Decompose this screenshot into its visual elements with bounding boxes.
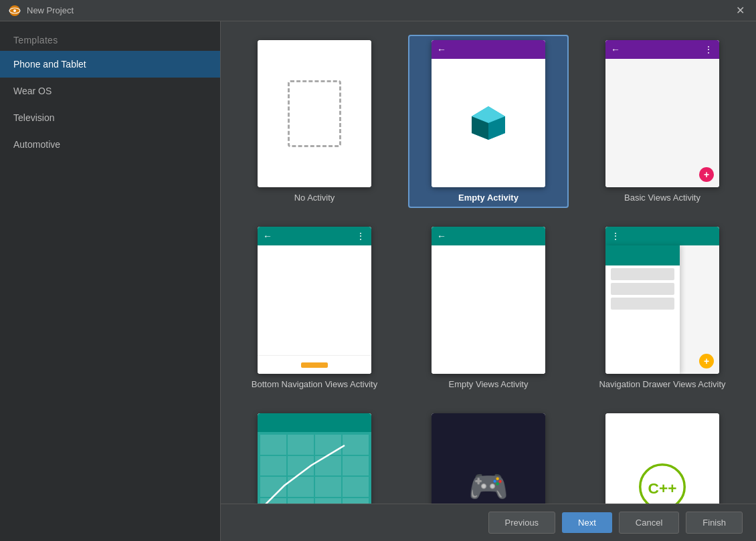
title-bar: New Project ✕ <box>0 0 756 21</box>
bottom-nav-indicator <box>301 362 328 368</box>
dots-icon-basic: ⋮ <box>704 44 714 55</box>
previous-button[interactable]: Previous <box>488 512 556 534</box>
template-card-basic-views[interactable]: ← ⋮ + Basic Views Activity <box>582 35 743 208</box>
templates-grid: No Activity ← <box>221 21 756 504</box>
dots-icon-bottom: ⋮ <box>356 231 366 241</box>
sidebar-item-wear-os[interactable]: Wear OS <box>0 78 220 104</box>
main-container: Templates Phone and Tablet Wear OS Telev… <box>0 21 756 541</box>
action-bar: Previous Next Cancel Finish <box>221 504 756 541</box>
next-button[interactable]: Next <box>562 512 612 533</box>
template-card-empty-views[interactable]: ← Empty Views Activity <box>408 221 569 395</box>
phone-top-bar-basic: ← ⋮ <box>605 40 719 59</box>
template-preview-nav-drawer: ⋮ + <box>605 227 719 374</box>
template-preview-basic-views: ← ⋮ + <box>605 40 719 187</box>
template-preview-scrolling <box>258 413 371 504</box>
template-preview-native-cpp: C++ <box>605 413 719 504</box>
template-label-basic-views: Basic Views Activity <box>624 193 700 203</box>
template-card-no-activity[interactable]: No Activity <box>234 35 395 208</box>
sidebar-item-automotive[interactable]: Automotive <box>0 131 220 158</box>
svg-point-2 <box>13 9 16 12</box>
finish-button[interactable]: Finish <box>686 512 743 534</box>
phone-body-bottom-nav <box>258 245 371 355</box>
template-label-nav-drawer: Navigation Drawer Views Activity <box>599 379 725 389</box>
nav-drawer-top: ⋮ <box>605 227 719 245</box>
phone-top-bar-empty: ← <box>432 40 545 59</box>
bottom-nav-bar <box>258 355 371 374</box>
gamepad-icon: 🎮 <box>468 468 508 504</box>
phone-body-empty <box>432 59 545 187</box>
template-preview-bottom-nav: ← ⋮ <box>258 227 371 374</box>
template-label-bottom-nav: Bottom Navigation Views Activity <box>252 379 377 389</box>
app-logo <box>8 4 21 17</box>
graph-line-svg <box>258 432 371 504</box>
drawer-header <box>605 245 680 265</box>
dots-icon-drawer: ⋮ <box>611 231 620 241</box>
template-card-empty-activity[interactable]: ← E <box>408 35 569 208</box>
template-card-scrolling[interactable]: Scrolling Activity <box>234 408 395 504</box>
template-label-empty-activity: Empty Activity <box>458 193 518 203</box>
sidebar-item-phone-tablet[interactable]: Phone and Tablet <box>0 51 220 78</box>
graph-body <box>258 432 371 504</box>
template-preview-empty-activity: ← <box>432 40 545 187</box>
dashed-rect <box>288 80 341 147</box>
close-button[interactable]: ✕ <box>732 3 748 19</box>
graph-top-bar <box>258 413 371 432</box>
phone-top-bar-bottom-nav: ← ⋮ <box>258 227 371 245</box>
template-card-game[interactable]: 🎮 Game Activity <box>408 408 569 504</box>
drawer-item-3 <box>611 298 674 310</box>
back-arrow-icon: ← <box>437 44 446 55</box>
drawer-fab: + <box>699 354 714 368</box>
template-preview-empty-views: ← <box>432 227 545 374</box>
cancel-button[interactable]: Cancel <box>619 512 679 534</box>
back-arrow-icon-bottom: ← <box>263 231 272 241</box>
template-preview-no-activity <box>258 40 371 187</box>
drawer-item-1 <box>611 268 674 280</box>
template-card-bottom-nav[interactable]: ← ⋮ Bottom Navigation Views Activity <box>234 221 395 395</box>
phone-body-empty-views <box>432 245 545 374</box>
fab-button-basic: + <box>699 167 714 182</box>
template-label-no-activity: No Activity <box>294 193 335 203</box>
cube-icon <box>468 103 508 143</box>
sidebar-section-label: Templates <box>0 27 220 51</box>
cpp-logo-icon: C++ <box>639 463 686 504</box>
content-area: No Activity ← <box>221 21 756 541</box>
drawer-panel <box>605 245 680 374</box>
phone-top-bar-empty-views: ← <box>432 227 545 245</box>
back-arrow-icon-empty-views: ← <box>437 231 446 241</box>
template-card-native-cpp[interactable]: C++ Native C++ <box>582 408 743 504</box>
drawer-item-2 <box>611 283 674 295</box>
template-card-nav-drawer[interactable]: ⋮ + Navigation Drawer Views Activity <box>582 221 743 395</box>
back-arrow-icon-basic: ← <box>611 44 620 55</box>
svg-text:C++: C++ <box>648 479 676 497</box>
window-title: New Project <box>27 5 74 15</box>
sidebar-item-television[interactable]: Television <box>0 104 220 131</box>
phone-body-basic: + <box>605 59 719 187</box>
sidebar: Templates Phone and Tablet Wear OS Telev… <box>0 21 221 541</box>
template-preview-game: 🎮 <box>432 413 545 504</box>
template-label-empty-views: Empty Views Activity <box>449 379 529 389</box>
